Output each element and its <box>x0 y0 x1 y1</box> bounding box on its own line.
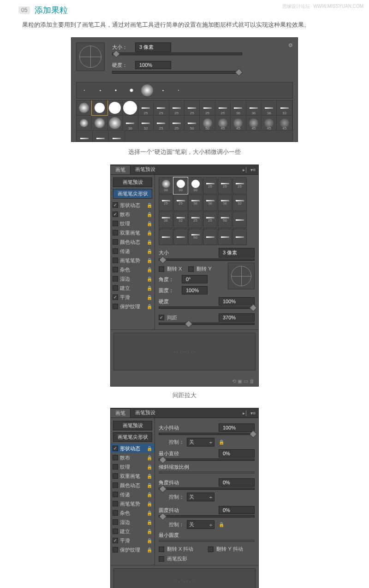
brush-thumb[interactable]: 50 <box>188 229 202 245</box>
brush-item[interactable] <box>139 84 155 97</box>
option-7[interactable]: 杂色🔒 <box>111 265 155 274</box>
option-checkbox[interactable] <box>113 538 118 543</box>
brush-thumb[interactable]: 36 <box>159 212 173 228</box>
brush-cell[interactable]: 25 <box>169 116 184 130</box>
roundness-jitter-value[interactable]: 0% <box>219 506 255 514</box>
brush-cell[interactable]: 25 <box>154 100 169 115</box>
option-checkbox[interactable] <box>113 285 118 291</box>
brush-cell[interactable] <box>92 116 107 130</box>
brush-cell-selected[interactable] <box>92 100 107 115</box>
brush-cell[interactable]: 36 <box>246 100 262 115</box>
brush-thumb[interactable]: 36 <box>203 194 217 211</box>
brush-item[interactable] <box>77 84 92 97</box>
option-checkbox[interactable] <box>113 501 118 506</box>
brush-thumb[interactable]: 25 <box>203 212 217 228</box>
option-checkbox[interactable] <box>113 510 118 516</box>
flipx-jitter-checkbox[interactable] <box>159 547 164 552</box>
option-11[interactable]: 保护纹理🔒 <box>111 545 155 554</box>
tab-preset[interactable]: 画笔预设 <box>131 408 160 417</box>
option-4[interactable]: 颜色动态🔒 <box>111 237 155 247</box>
brush-cell[interactable] <box>77 116 92 130</box>
hardness-input[interactable]: 100% <box>135 61 171 69</box>
angle-value[interactable]: 0° <box>182 275 208 283</box>
option-checkbox[interactable] <box>113 482 118 488</box>
option-checkbox[interactable] <box>113 519 118 525</box>
brush-thumb[interactable]: 25 <box>232 177 247 194</box>
flipy-checkbox[interactable] <box>188 266 194 272</box>
spacing-slider[interactable] <box>159 323 255 325</box>
min-diameter-slider[interactable] <box>159 459 255 461</box>
brush-cell[interactable] <box>123 100 138 115</box>
option-checkbox[interactable] <box>113 267 118 272</box>
option-4[interactable]: 颜色动态🔒 <box>111 481 155 490</box>
tab-preset[interactable]: 画笔预设 <box>131 165 160 174</box>
brush-cell[interactable]: 25 <box>154 116 169 130</box>
menu-icon[interactable]: ▾≡ <box>250 167 256 172</box>
brush-thumb[interactable]: 30 <box>159 177 173 194</box>
brush-thumb[interactable]: 50 <box>218 212 232 228</box>
brush-thumb[interactable] <box>232 229 247 245</box>
brush-cell[interactable]: 25 <box>138 100 154 115</box>
option-checkbox[interactable] <box>113 473 118 479</box>
brush-cell[interactable]: 25 <box>200 100 215 115</box>
brush-tip-shape[interactable]: 画笔笔尖形状 <box>113 432 152 442</box>
brush-cell[interactable]: 45 <box>246 116 262 130</box>
option-0[interactable]: 形状动态🔒 <box>111 444 155 453</box>
option-checkbox[interactable] <box>113 248 118 254</box>
option-checkbox[interactable] <box>113 455 118 460</box>
collapse-icon[interactable]: ▸│ <box>243 167 248 172</box>
brush-thumb[interactable] <box>203 229 217 245</box>
control-dropdown[interactable]: 关÷ <box>187 438 214 447</box>
brush-cell[interactable]: 25 <box>184 100 200 115</box>
collapse-icon[interactable]: ▸│ <box>243 411 248 416</box>
brush-cell[interactable]: 36 <box>262 100 277 115</box>
brush-cell[interactable] <box>77 100 92 115</box>
brush-cell[interactable]: 36 <box>123 116 138 130</box>
size-jitter-value[interactable]: 100% <box>219 423 255 432</box>
size-slider[interactable] <box>159 259 255 261</box>
brush-thumb[interactable] <box>232 212 247 228</box>
brush-thumb[interactable]: 32 <box>232 194 247 211</box>
brush-cell[interactable] <box>107 116 123 130</box>
option-9[interactable]: 建立🔒 <box>111 283 155 293</box>
flipx-checkbox[interactable] <box>159 266 164 272</box>
option-checkbox[interactable] <box>113 547 118 553</box>
angle-jitter-value[interactable]: 0% <box>219 478 255 487</box>
brush-thumb[interactable] <box>173 229 188 245</box>
option-checkbox[interactable] <box>113 230 118 235</box>
brush-item[interactable] <box>171 84 186 97</box>
size-jitter-slider[interactable] <box>159 433 255 435</box>
option-checkbox[interactable] <box>113 202 118 208</box>
option-3[interactable]: 双重画笔🔒 <box>111 471 155 481</box>
option-checkbox[interactable] <box>113 446 118 451</box>
size-input[interactable]: 3 像素 <box>135 42 171 52</box>
brush-thumb[interactable] <box>218 229 232 245</box>
brush-cell[interactable]: 45 <box>231 116 246 130</box>
brush-cell[interactable]: 50 <box>184 116 200 130</box>
option-7[interactable]: 杂色🔒 <box>111 508 155 517</box>
brush-item[interactable] <box>92 84 108 97</box>
option-11[interactable]: 保护纹理🔒 <box>111 302 155 311</box>
spacing-checkbox[interactable] <box>159 315 164 320</box>
option-checkbox[interactable] <box>113 304 118 309</box>
hardness-slider[interactable] <box>159 306 255 309</box>
option-checkbox[interactable] <box>113 258 118 263</box>
angle-jitter-slider[interactable] <box>159 488 255 490</box>
control-dropdown[interactable]: 关÷ <box>187 493 214 501</box>
preset-button[interactable]: 画笔预设 <box>113 177 152 187</box>
brush-cell[interactable]: 50 <box>200 116 215 130</box>
option-2[interactable]: 纹理🔒 <box>111 219 155 228</box>
angle-control[interactable] <box>228 263 255 289</box>
new-icon[interactable]: ▣ <box>238 378 242 384</box>
size-slider[interactable] <box>112 53 242 55</box>
option-checkbox[interactable] <box>113 239 118 245</box>
brush-tip-shape[interactable]: 画笔笔尖形状 <box>113 189 152 199</box>
new-preset-icon[interactable]: ▭ <box>244 378 248 384</box>
brush-cell[interactable]: 25 <box>169 100 184 115</box>
brush-cell[interactable]: 45 <box>262 116 277 130</box>
brush-item[interactable] <box>108 84 124 97</box>
brush-thumb[interactable]: 32 <box>173 212 188 228</box>
option-3[interactable]: 双重画笔🔒 <box>111 228 155 237</box>
brush-item[interactable] <box>124 84 139 97</box>
brush-thumb[interactable] <box>159 229 173 245</box>
